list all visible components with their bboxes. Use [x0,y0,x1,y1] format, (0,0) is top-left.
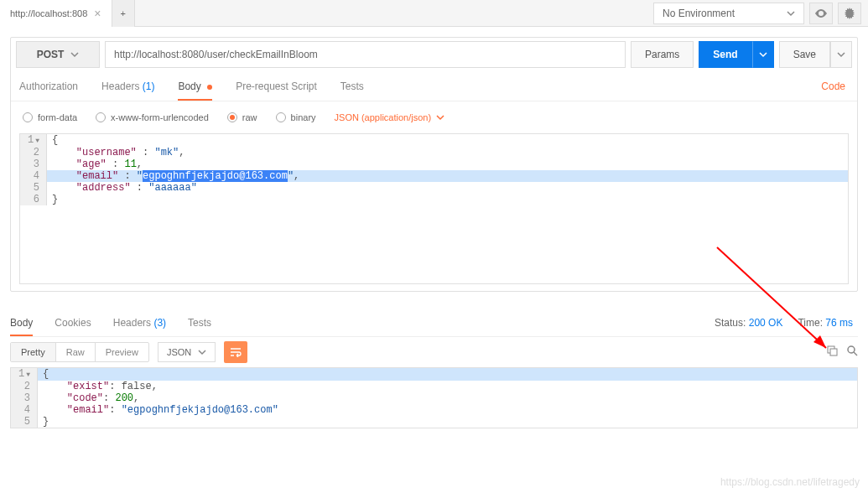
radio-urlencoded[interactable]: x-www-form-urlencoded [96,112,209,122]
tab-prerequest[interactable]: Pre-request Script [236,80,317,92]
save-dropdown[interactable] [830,41,852,68]
content-type-select[interactable]: JSON (application/json) [335,112,445,122]
request-tabs: Authorization Headers (1) Body Pre-reque… [11,71,857,101]
method-select[interactable]: POST [16,41,100,68]
resp-tab-headers[interactable]: Headers (3) [113,317,166,329]
watermark: https://blog.csdn.net/lifetragedy [720,476,860,488]
body-options: form-data x-www-form-urlencoded raw bina… [11,101,857,133]
chevron-down-icon [436,113,444,122]
send-dropdown[interactable] [752,41,774,68]
tab-title: http://localhost:808 [10,8,87,18]
eye-icon [814,8,828,18]
request-row: POST http://localhost:8080/user/checkEma… [11,38,857,71]
url-input[interactable]: http://localhost:8080/user/checkEmailInB… [105,41,626,68]
modified-dot-icon [207,85,212,90]
response-body-viewer[interactable]: 1▼{ 2 "exist": false, 3 "code": 200, 4 "… [10,367,858,428]
resp-tab-tests[interactable]: Tests [188,317,211,329]
send-button[interactable]: Send [699,41,751,68]
environment-select[interactable]: No Environment [653,3,804,24]
view-preview[interactable]: Preview [96,343,148,361]
plus-icon: + [121,8,126,18]
format-select[interactable]: JSON [158,342,216,362]
radio-binary[interactable]: binary [276,112,316,122]
radio-formdata[interactable]: form-data [23,112,77,122]
params-button[interactable]: Params [631,41,694,68]
wrap-icon [230,347,242,357]
view-mode-tabs: Pretty Raw Preview [10,342,149,362]
view-pretty[interactable]: Pretty [11,343,56,361]
url-value: http://localhost:8080/user/checkEmailInB… [114,49,318,60]
preview-env-button[interactable] [809,3,833,24]
tab-authorization[interactable]: Authorization [19,80,78,92]
chevron-down-icon [759,50,767,59]
environment-label: No Environment [663,8,735,19]
top-bar: http://localhost:808 × + No Environment [0,0,868,27]
radio-raw[interactable]: raw [227,112,257,122]
tab-tests[interactable]: Tests [340,80,364,92]
save-button[interactable]: Save [779,41,830,68]
method-label: POST [37,49,65,60]
tab-headers[interactable]: Headers (1) [101,80,154,92]
svg-line-4 [854,352,857,355]
svg-line-5 [717,247,826,348]
wrap-lines-button[interactable] [224,341,247,363]
gear-icon [844,8,855,19]
code-link[interactable]: Code [821,80,845,92]
environment-area: No Environment [647,3,868,24]
request-tab[interactable]: http://localhost:808 × [0,0,112,27]
svg-point-3 [848,346,855,353]
tab-body[interactable]: Body [178,80,212,92]
settings-button[interactable] [838,3,861,24]
tab-strip: http://localhost:808 × + [0,0,647,27]
annotation-arrow [713,243,847,369]
add-tab-button[interactable]: + [112,0,135,27]
resp-tab-body[interactable]: Body [10,317,33,329]
chevron-down-icon [787,9,795,18]
search-icon [846,345,858,356]
close-icon[interactable]: × [94,7,101,20]
chevron-down-icon [837,50,845,59]
resp-tab-cookies[interactable]: Cookies [55,317,91,329]
chevron-down-icon [198,348,206,356]
view-raw[interactable]: Raw [56,343,96,361]
search-button[interactable] [846,345,858,360]
chevron-down-icon [70,50,79,59]
